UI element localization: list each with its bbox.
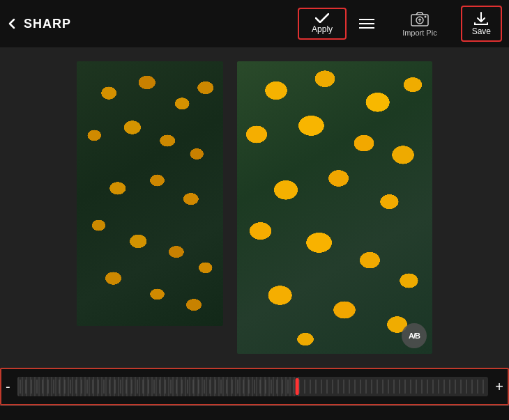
tool-basic-edit[interactable]: BASIC EDIT [0,406,128,420]
tool-vignette[interactable]: VIGNETTE [382,406,510,420]
slider-track[interactable] [17,377,489,396]
tool-lightning[interactable]: LIGHTNING [128,406,255,420]
hamburger-icon [359,19,374,29]
app-title: SHARP [24,17,71,31]
svg-rect-6 [295,378,298,395]
bottom-toolbar: BASIC EDIT LIGHTNING SHARPNESS VIGNETTE [0,405,509,420]
svg-point-2 [424,15,426,17]
download-icon [473,11,489,25]
slider-plus-button[interactable]: + [495,379,503,395]
tool-sharpness[interactable]: SHARPNESS [254,406,382,420]
ab-badge: A/B [402,323,427,348]
apply-button[interactable]: Apply [298,8,347,40]
back-button[interactable]: SHARP [7,17,71,31]
app-header: SHARP Apply Import Pic Save [0,0,509,47]
slider-ticks [17,377,489,396]
before-image [77,61,223,326]
after-image: A/B [237,61,432,354]
check-icon [315,13,329,23]
slider-row: - + [0,368,509,405]
apply-label: Apply [312,24,333,34]
slider-minus-button[interactable]: - [6,379,10,395]
camera-icon [411,11,429,26]
slider-ticks-svg [17,377,489,396]
import-pic-label: Import Pic [402,29,437,37]
save-button[interactable]: Save [461,6,502,42]
main-content: A/B [0,47,509,368]
menu-button[interactable] [359,19,374,29]
import-pic-button[interactable]: Import Pic [402,11,437,37]
save-label: Save [472,26,491,36]
svg-rect-5 [17,377,489,396]
